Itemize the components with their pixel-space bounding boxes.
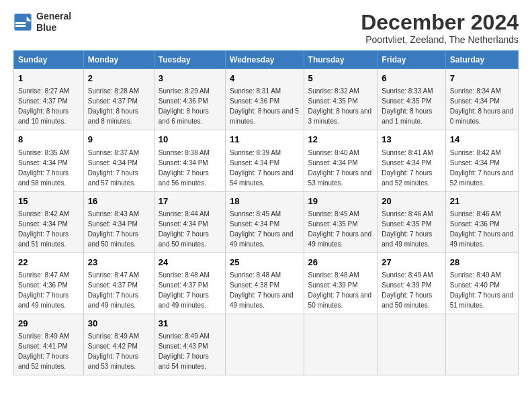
day-cell: 3Sunrise: 8:29 AMSunset: 4:36 PMDaylight… bbox=[154, 69, 225, 130]
day-info: Sunrise: 8:47 AMSunset: 4:37 PMDaylight:… bbox=[88, 271, 139, 309]
week-row-5: 29Sunrise: 8:49 AMSunset: 4:41 PMDayligh… bbox=[14, 314, 519, 375]
day-cell bbox=[378, 314, 445, 375]
day-cell: 25Sunrise: 8:48 AMSunset: 4:38 PMDayligh… bbox=[226, 253, 304, 314]
day-number: 27 bbox=[382, 257, 441, 269]
week-row-4: 22Sunrise: 8:47 AMSunset: 4:36 PMDayligh… bbox=[14, 253, 519, 314]
header-wednesday: Wednesday bbox=[226, 51, 304, 69]
calendar-table: SundayMondayTuesdayWednesdayThursdayFrid… bbox=[13, 50, 519, 375]
day-number: 20 bbox=[382, 195, 441, 208]
day-cell: 2Sunrise: 8:28 AMSunset: 4:37 PMDaylight… bbox=[83, 69, 154, 130]
day-info: Sunrise: 8:34 AMSunset: 4:34 PMDaylight:… bbox=[450, 87, 514, 125]
day-number: 18 bbox=[230, 195, 300, 208]
day-info: Sunrise: 8:49 AMSunset: 4:40 PMDaylight:… bbox=[450, 271, 514, 309]
day-info: Sunrise: 8:29 AMSunset: 4:36 PMDaylight:… bbox=[159, 87, 210, 125]
day-cell bbox=[445, 314, 518, 375]
day-cell: 8Sunrise: 8:35 AMSunset: 4:34 PMDaylight… bbox=[14, 130, 84, 191]
day-cell: 15Sunrise: 8:42 AMSunset: 4:34 PMDayligh… bbox=[14, 191, 84, 253]
day-number: 22 bbox=[18, 257, 79, 269]
day-cell: 20Sunrise: 8:46 AMSunset: 4:35 PMDayligh… bbox=[378, 191, 445, 253]
day-info: Sunrise: 8:46 AMSunset: 4:35 PMDaylight:… bbox=[382, 210, 433, 248]
day-info: Sunrise: 8:46 AMSunset: 4:36 PMDaylight:… bbox=[450, 210, 514, 248]
main-title: December 2024 bbox=[361, 11, 519, 34]
day-info: Sunrise: 8:43 AMSunset: 4:34 PMDaylight:… bbox=[88, 210, 139, 248]
day-cell bbox=[304, 314, 378, 375]
day-info: Sunrise: 8:42 AMSunset: 4:34 PMDaylight:… bbox=[450, 149, 514, 187]
day-cell: 4Sunrise: 8:31 AMSunset: 4:36 PMDaylight… bbox=[226, 69, 304, 130]
day-cell: 31Sunrise: 8:49 AMSunset: 4:43 PMDayligh… bbox=[154, 314, 225, 375]
day-number: 28 bbox=[450, 257, 514, 269]
day-info: Sunrise: 8:45 AMSunset: 4:35 PMDaylight:… bbox=[308, 210, 372, 248]
day-info: Sunrise: 8:27 AMSunset: 4:37 PMDaylight:… bbox=[18, 87, 69, 125]
day-number: 23 bbox=[88, 257, 150, 269]
header-monday: Monday bbox=[83, 51, 154, 69]
day-number: 31 bbox=[159, 318, 221, 330]
day-cell: 11Sunrise: 8:39 AMSunset: 4:34 PMDayligh… bbox=[226, 130, 304, 191]
day-number: 29 bbox=[18, 318, 79, 330]
week-row-3: 15Sunrise: 8:42 AMSunset: 4:34 PMDayligh… bbox=[14, 191, 519, 253]
day-number: 30 bbox=[88, 318, 150, 330]
week-row-1: 1Sunrise: 8:27 AMSunset: 4:37 PMDaylight… bbox=[14, 69, 519, 130]
day-number: 13 bbox=[382, 134, 441, 146]
title-block: December 2024 Poortvliet, Zeeland, The N… bbox=[361, 11, 519, 45]
day-number: 14 bbox=[450, 134, 514, 146]
day-number: 10 bbox=[159, 134, 221, 146]
day-cell: 1Sunrise: 8:27 AMSunset: 4:37 PMDaylight… bbox=[14, 69, 84, 130]
day-cell: 26Sunrise: 8:48 AMSunset: 4:39 PMDayligh… bbox=[304, 253, 378, 314]
day-info: Sunrise: 8:39 AMSunset: 4:34 PMDaylight:… bbox=[230, 149, 294, 187]
day-cell: 7Sunrise: 8:34 AMSunset: 4:34 PMDaylight… bbox=[445, 69, 518, 130]
day-info: Sunrise: 8:47 AMSunset: 4:36 PMDaylight:… bbox=[18, 271, 69, 309]
header-saturday: Saturday bbox=[445, 51, 518, 69]
page-header: General Blue December 2024 Poortvliet, Z… bbox=[13, 11, 519, 45]
day-number: 5 bbox=[308, 73, 373, 85]
day-number: 6 bbox=[382, 73, 441, 85]
day-cell: 18Sunrise: 8:45 AMSunset: 4:34 PMDayligh… bbox=[226, 191, 304, 253]
day-info: Sunrise: 8:32 AMSunset: 4:35 PMDaylight:… bbox=[308, 87, 372, 125]
header-sunday: Sunday bbox=[14, 51, 84, 69]
header-tuesday: Tuesday bbox=[154, 51, 225, 69]
day-number: 1 bbox=[18, 73, 79, 85]
day-number: 9 bbox=[88, 134, 150, 146]
day-cell: 10Sunrise: 8:38 AMSunset: 4:34 PMDayligh… bbox=[154, 130, 225, 191]
day-info: Sunrise: 8:48 AMSunset: 4:38 PMDaylight:… bbox=[230, 271, 294, 309]
day-number: 19 bbox=[308, 195, 373, 208]
day-info: Sunrise: 8:40 AMSunset: 4:34 PMDaylight:… bbox=[308, 149, 372, 187]
header-thursday: Thursday bbox=[304, 51, 378, 69]
header-friday: Friday bbox=[378, 51, 445, 69]
day-cell: 23Sunrise: 8:47 AMSunset: 4:37 PMDayligh… bbox=[83, 253, 154, 314]
day-info: Sunrise: 8:44 AMSunset: 4:34 PMDaylight:… bbox=[159, 210, 210, 248]
calendar-header: SundayMondayTuesdayWednesdayThursdayFrid… bbox=[14, 51, 519, 69]
day-cell: 19Sunrise: 8:45 AMSunset: 4:35 PMDayligh… bbox=[304, 191, 378, 253]
day-info: Sunrise: 8:41 AMSunset: 4:34 PMDaylight:… bbox=[382, 149, 433, 187]
day-number: 26 bbox=[308, 257, 373, 269]
day-cell bbox=[226, 314, 304, 375]
day-cell: 16Sunrise: 8:43 AMSunset: 4:34 PMDayligh… bbox=[83, 191, 154, 253]
day-number: 12 bbox=[308, 134, 373, 146]
day-info: Sunrise: 8:31 AMSunset: 4:36 PMDaylight:… bbox=[230, 87, 299, 125]
logo-text: General Blue bbox=[36, 11, 71, 34]
day-info: Sunrise: 8:38 AMSunset: 4:34 PMDaylight:… bbox=[159, 149, 210, 187]
day-cell: 29Sunrise: 8:49 AMSunset: 4:41 PMDayligh… bbox=[14, 314, 84, 375]
day-cell: 22Sunrise: 8:47 AMSunset: 4:36 PMDayligh… bbox=[14, 253, 84, 314]
day-number: 7 bbox=[450, 73, 514, 85]
day-cell: 5Sunrise: 8:32 AMSunset: 4:35 PMDaylight… bbox=[304, 69, 378, 130]
day-number: 4 bbox=[230, 73, 300, 85]
svg-rect-3 bbox=[15, 25, 26, 27]
day-info: Sunrise: 8:49 AMSunset: 4:42 PMDaylight:… bbox=[88, 332, 139, 370]
calendar-body: 1Sunrise: 8:27 AMSunset: 4:37 PMDaylight… bbox=[14, 69, 519, 375]
header-row: SundayMondayTuesdayWednesdayThursdayFrid… bbox=[14, 51, 519, 69]
day-number: 11 bbox=[230, 134, 300, 146]
day-info: Sunrise: 8:49 AMSunset: 4:39 PMDaylight:… bbox=[382, 271, 433, 309]
day-info: Sunrise: 8:48 AMSunset: 4:37 PMDaylight:… bbox=[159, 271, 210, 309]
logo: General Blue bbox=[13, 11, 71, 34]
day-info: Sunrise: 8:42 AMSunset: 4:34 PMDaylight:… bbox=[18, 210, 69, 248]
day-number: 8 bbox=[18, 134, 79, 146]
day-info: Sunrise: 8:37 AMSunset: 4:34 PMDaylight:… bbox=[88, 149, 139, 187]
day-cell: 30Sunrise: 8:49 AMSunset: 4:42 PMDayligh… bbox=[83, 314, 154, 375]
day-cell: 13Sunrise: 8:41 AMSunset: 4:34 PMDayligh… bbox=[378, 130, 445, 191]
day-info: Sunrise: 8:33 AMSunset: 4:35 PMDaylight:… bbox=[382, 87, 433, 125]
day-info: Sunrise: 8:49 AMSunset: 4:43 PMDaylight:… bbox=[159, 332, 210, 370]
day-number: 17 bbox=[159, 195, 221, 208]
day-info: Sunrise: 8:28 AMSunset: 4:37 PMDaylight:… bbox=[88, 87, 139, 125]
subtitle: Poortvliet, Zeeland, The Netherlands bbox=[361, 34, 519, 45]
day-cell: 24Sunrise: 8:48 AMSunset: 4:37 PMDayligh… bbox=[154, 253, 225, 314]
